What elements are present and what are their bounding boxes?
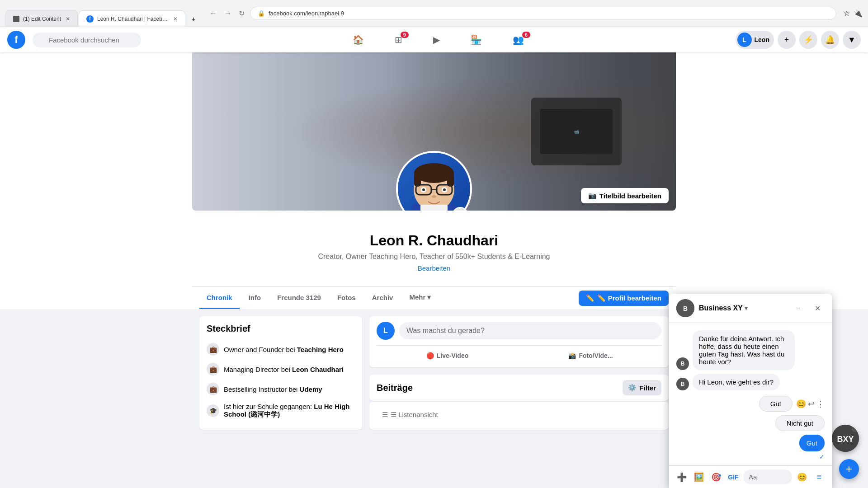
home-icon: 🏠 bbox=[353, 34, 364, 45]
sticker-icon[interactable]: 🎯 bbox=[709, 470, 723, 484]
chat-page-name: Business XY bbox=[699, 304, 743, 312]
tab-info[interactable]: Info bbox=[241, 287, 269, 309]
right-col: L Was machst du gerade? 🔴 Live-Video 📸 F… bbox=[369, 316, 669, 437]
cover-edit-btn[interactable]: 📷 Titelbild bearbeiten bbox=[581, 188, 669, 203]
add-chat-btn[interactable]: + bbox=[839, 459, 859, 479]
profile-avatar-bg bbox=[398, 153, 470, 211]
more-icon[interactable]: ≡ bbox=[812, 470, 826, 484]
chat-minimize-btn[interactable]: − bbox=[791, 301, 806, 315]
camera-icon: 📷 bbox=[588, 192, 597, 200]
close-icon: ✕ bbox=[815, 304, 821, 313]
browser-tab-2[interactable]: f Leon R. Chaudhari | Facebook ✕ bbox=[79, 10, 185, 27]
messenger-icon: ⚡ bbox=[803, 35, 813, 45]
chat-footer: ➕ 🖼️ 🎯 GIF Aa 😊 ≡ bbox=[669, 465, 832, 488]
profil-bearbeiten-btn[interactable]: ✏️ ✏️ Profil bearbeiten bbox=[579, 291, 669, 306]
bell-btn[interactable]: 🔔 bbox=[821, 31, 839, 49]
chat-header: B Business XY ▾ − ✕ bbox=[669, 294, 832, 323]
composer-input[interactable]: Was machst du gerade? bbox=[399, 322, 661, 339]
briefcase-icon-2: 💼 bbox=[207, 363, 219, 375]
cartoon-avatar bbox=[402, 154, 466, 211]
tab-freunde[interactable]: Freunde 3129 bbox=[270, 287, 328, 309]
fb-header: f 🔍 🏠 ⊞ 9 ▶ 🏪 👥 bbox=[0, 27, 868, 52]
chat-input[interactable]: Aa bbox=[743, 469, 792, 484]
fb-nav-right: L Leon + ⚡ 🔔 ▼ bbox=[736, 31, 861, 49]
bell-icon: 🔔 bbox=[825, 35, 835, 45]
add-chat-icon: + bbox=[846, 463, 852, 475]
feed-badge: 9 bbox=[401, 32, 409, 38]
nav-home[interactable]: 🏠 bbox=[338, 31, 378, 49]
quick-reply-gut[interactable]: Gut bbox=[759, 396, 793, 412]
chat-msg-avatar-2: B bbox=[676, 378, 689, 390]
quick-reply-row: Gut 😊 ↩ ⋮ Nicht gut bbox=[759, 396, 825, 431]
profile-pic bbox=[396, 151, 472, 211]
quick-reply-actions: Gut 😊 ↩ ⋮ bbox=[759, 396, 825, 412]
refresh-btn[interactable]: ↻ bbox=[237, 7, 246, 19]
bio-item-2: 💼 Managing Director bei Leon Chaudhari bbox=[207, 359, 355, 379]
emoji-reaction-icon[interactable]: 😊 bbox=[796, 399, 806, 409]
bio-text-3: Bestselling Instructor bei Udemy bbox=[224, 385, 322, 393]
profile-section: 📹 📷 Titelbild bearbeiten bbox=[0, 52, 868, 309]
bio-item-1: 💼 Owner and Founder bei Teaching Hero bbox=[207, 339, 355, 359]
browser-tabs: (1) Edit Content ✕ f Leon R. Chaudhari |… bbox=[5, 0, 201, 27]
star-icon[interactable]: ☆ bbox=[844, 9, 850, 18]
chat-page-info: Business XY ▾ bbox=[699, 304, 787, 312]
tab-fotos[interactable]: Fotos bbox=[330, 287, 363, 309]
messenger-btn[interactable]: ⚡ bbox=[799, 31, 817, 49]
friends-badge: 6 bbox=[522, 32, 530, 38]
chat-messages: B Danke für deine Antwort. Ich hoffe, da… bbox=[669, 323, 832, 465]
tab-archiv[interactable]: Archiv bbox=[365, 287, 401, 309]
new-tab-btn[interactable]: + bbox=[186, 12, 201, 27]
address-bar[interactable]: 🔒 facebook.com/leon.raphael.9 bbox=[250, 7, 836, 20]
forward-btn[interactable]: → bbox=[222, 8, 233, 19]
nav-feed[interactable]: ⊞ 9 bbox=[380, 31, 417, 49]
quick-reply-nicht-gut[interactable]: Nicht gut bbox=[775, 415, 825, 431]
search-wrapper: 🔍 bbox=[29, 33, 141, 47]
main-content: Steckbrief 💼 Owner and Founder bei Teach… bbox=[192, 309, 676, 444]
browser-chrome: (1) Edit Content ✕ f Leon R. Chaudhari |… bbox=[0, 0, 868, 27]
add-attachment-icon[interactable]: ➕ bbox=[675, 470, 689, 484]
profile-pic-wrapper: 📷 bbox=[396, 151, 472, 211]
chat-close-btn[interactable]: ✕ bbox=[810, 301, 825, 315]
page-badge[interactable]: BXY − bbox=[832, 425, 859, 452]
more-options-icon[interactable]: ⋮ bbox=[816, 399, 825, 409]
search-input[interactable] bbox=[33, 33, 141, 47]
user-initial: L bbox=[742, 36, 746, 43]
list-view-btn[interactable]: ☰ ☰ Listenansicht bbox=[377, 407, 443, 422]
filter-btn[interactable]: ⚙️ Filter bbox=[623, 380, 661, 395]
composer-placeholder: Was machst du gerade? bbox=[406, 327, 485, 334]
photo-video-btn[interactable]: 📸 Foto/Vide... bbox=[520, 349, 661, 362]
pending-icon: ✓ bbox=[819, 453, 825, 460]
browser-tab-1[interactable]: (1) Edit Content ✕ bbox=[5, 10, 78, 27]
profile-bio-edit-link[interactable]: Bearbeiten bbox=[192, 264, 676, 272]
tab2-label: Leon R. Chaudhari | Facebook bbox=[97, 16, 170, 22]
tab2-close-icon[interactable]: ✕ bbox=[173, 16, 178, 22]
image-attach-icon[interactable]: 🖼️ bbox=[692, 470, 706, 484]
photo-icon: 📸 bbox=[568, 352, 576, 359]
nav-friends[interactable]: 👥 6 bbox=[498, 31, 538, 49]
tab-chronik[interactable]: Chronik bbox=[199, 287, 240, 309]
user-chip[interactable]: L Leon bbox=[736, 31, 774, 49]
nav-store[interactable]: 🏪 bbox=[456, 31, 496, 49]
tab-actions: ✏️ ✏️ Profil bearbeiten bbox=[579, 291, 669, 306]
nav-video[interactable]: ▶ bbox=[419, 31, 454, 49]
post-composer: L Was machst du gerade? 🔴 Live-Video 📸 F… bbox=[369, 316, 669, 367]
ext1-icon[interactable]: 🔌 bbox=[854, 9, 863, 18]
gif-icon[interactable]: GIF bbox=[726, 470, 741, 484]
chat-input-label: Aa bbox=[749, 473, 757, 481]
tab-mehr[interactable]: Mehr ▾ bbox=[402, 287, 438, 309]
menu-btn[interactable]: ▼ bbox=[843, 31, 861, 49]
live-video-btn[interactable]: 🔴 Live-Video bbox=[377, 349, 518, 362]
tab1-close-icon[interactable]: ✕ bbox=[66, 16, 70, 22]
back-btn[interactable]: ← bbox=[208, 8, 219, 19]
add-btn[interactable]: + bbox=[778, 31, 796, 49]
friends-count: 3129 bbox=[306, 294, 321, 301]
bio-text-1: Owner and Founder bei Teaching Hero bbox=[224, 346, 344, 353]
bio-item-4: 🎓 Ist hier zur Schule gegangen: Lu He Hi… bbox=[207, 399, 355, 422]
profile-info: Leon R. Chaudhari Creator, Owner Teachin… bbox=[192, 211, 676, 279]
reply-icon[interactable]: ↩ bbox=[808, 399, 815, 409]
tab1-label: (1) Edit Content bbox=[23, 16, 61, 22]
chat-chevron[interactable]: ▾ bbox=[745, 305, 748, 312]
business-xy-avatar-img: B bbox=[676, 299, 694, 317]
emoji-icon[interactable]: 😊 bbox=[795, 470, 809, 484]
fb-logo[interactable]: f bbox=[7, 31, 25, 49]
